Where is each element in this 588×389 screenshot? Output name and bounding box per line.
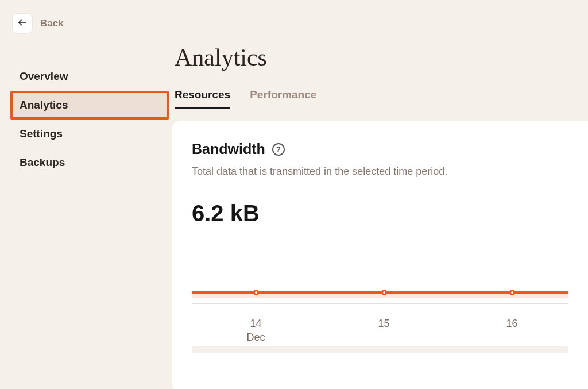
x-axis-label: 15 [378, 317, 390, 330]
metric-value: 6.2 kB [192, 201, 568, 226]
back-row: Back [0, 0, 588, 33]
chart-line [192, 290, 568, 295]
x-axis-label: 16 [506, 317, 518, 330]
x-tick-top: 15 [378, 318, 390, 329]
tab-performance[interactable]: Performance [250, 88, 316, 109]
arrow-left-icon [17, 17, 28, 30]
sidebar-item-backups[interactable]: Backups [10, 148, 169, 177]
chart-point [381, 290, 387, 295]
main: Analytics Resources Performance Bandwidt… [172, 33, 588, 389]
sidebar-item-label: Overview [20, 70, 68, 82]
chart-overview-strip [192, 346, 568, 353]
tab-label: Resources [175, 88, 230, 101]
x-axis-label: 14 Dec [247, 317, 265, 345]
sidebar-item-overview[interactable]: Overview [10, 62, 169, 91]
chart-point [509, 290, 515, 295]
x-tick-top: 16 [506, 318, 518, 329]
x-tick-bottom: Dec [247, 332, 265, 343]
sidebar-item-label: Settings [20, 128, 63, 140]
bandwidth-card: Bandwidth ? Total data that is transmitt… [172, 121, 588, 389]
tab-label: Performance [250, 88, 316, 101]
x-tick-top: 14 [250, 318, 261, 329]
back-label[interactable]: Back [40, 18, 64, 29]
page-title: Analytics [172, 33, 588, 88]
help-icon[interactable]: ? [272, 143, 285, 156]
sidebar-item-label: Backups [20, 156, 65, 168]
sidebar: Overview Analytics Settings Backups [0, 33, 172, 389]
chart-point [253, 290, 259, 295]
sidebar-item-label: Analytics [20, 99, 68, 111]
sidebar-item-analytics[interactable]: Analytics [10, 91, 169, 120]
sidebar-item-settings[interactable]: Settings [10, 120, 169, 148]
bandwidth-chart: 14 Dec 15 16 [192, 290, 568, 353]
tab-resources[interactable]: Resources [175, 88, 230, 109]
back-button[interactable] [13, 14, 32, 33]
tabs: Resources Performance [172, 88, 588, 109]
x-axis: 14 Dec 15 16 [192, 303, 568, 336]
card-description: Total data that is transmitted in the se… [192, 165, 568, 178]
card-title: Bandwidth [192, 141, 265, 157]
